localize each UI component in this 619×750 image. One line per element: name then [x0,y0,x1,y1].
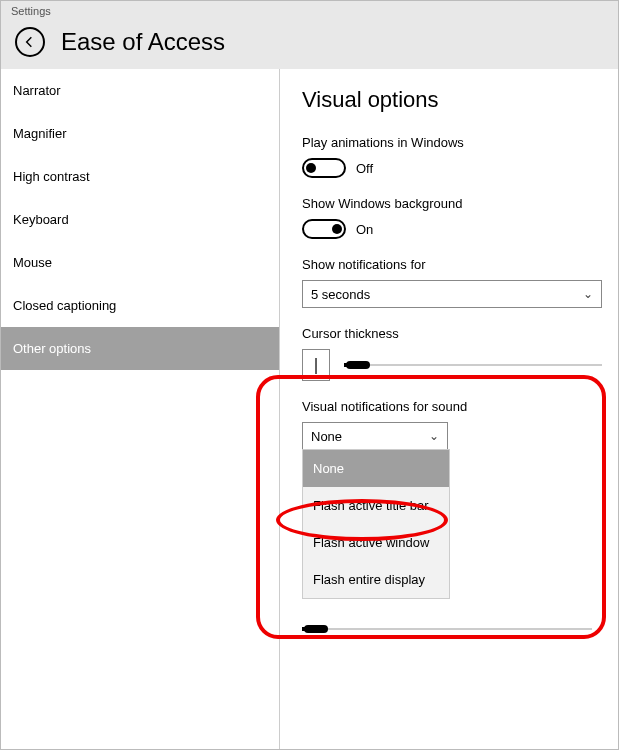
section-title: Visual options [302,87,602,113]
dropdown-option-flash-title-bar[interactable]: Flash active title bar [303,487,449,524]
arrow-left-icon [22,34,38,50]
show-background-label: Show Windows background [302,196,602,211]
play-animations-state: Off [356,161,373,176]
visual-notifications-value: None [311,429,342,444]
setting-show-notifications: Show notifications for 5 seconds ⌄ [302,257,602,308]
sidebar-item-other-options[interactable]: Other options [1,327,279,370]
back-button[interactable] [15,27,45,57]
cursor-thickness-preview: | [302,349,330,381]
window-title: Settings [1,1,618,21]
lower-slider[interactable] [302,622,602,636]
visual-notifications-label: Visual notifications for sound [302,399,602,414]
play-animations-toggle[interactable] [302,158,346,178]
content-pane: Visual options Play animations in Window… [280,69,618,749]
cursor-thickness-label: Cursor thickness [302,326,602,341]
setting-show-background: Show Windows background On [302,196,602,239]
sidebar-item-high-contrast[interactable]: High contrast [1,155,279,198]
sidebar-item-mouse[interactable]: Mouse [1,241,279,284]
chevron-down-icon: ⌄ [583,287,593,301]
visual-notifications-dropdown: None Flash active title bar Flash active… [302,449,450,599]
sidebar-item-keyboard[interactable]: Keyboard [1,198,279,241]
dropdown-option-flash-entire-display[interactable]: Flash entire display [303,561,449,598]
sidebar: Narrator Magnifier High contrast Keyboar… [1,69,280,749]
play-animations-label: Play animations in Windows [302,135,602,150]
visual-notifications-select[interactable]: None ⌄ [302,422,448,450]
show-notifications-label: Show notifications for [302,257,602,272]
setting-visual-notifications: Visual notifications for sound None ⌄ No… [302,399,602,450]
setting-cursor-thickness: Cursor thickness | [302,326,602,381]
dropdown-option-none[interactable]: None [303,450,449,487]
show-notifications-select[interactable]: 5 seconds ⌄ [302,280,602,308]
sidebar-item-closed-captioning[interactable]: Closed captioning [1,284,279,327]
setting-play-animations: Play animations in Windows Off [302,135,602,178]
show-notifications-value: 5 seconds [311,287,370,302]
header: Ease of Access [1,21,618,69]
sidebar-item-narrator[interactable]: Narrator [1,69,279,112]
sidebar-item-magnifier[interactable]: Magnifier [1,112,279,155]
page-title: Ease of Access [61,28,225,56]
cursor-thickness-slider[interactable] [344,358,602,372]
chevron-down-icon: ⌄ [429,429,439,443]
show-background-toggle[interactable] [302,219,346,239]
show-background-state: On [356,222,373,237]
dropdown-option-flash-active-window[interactable]: Flash active window [303,524,449,561]
